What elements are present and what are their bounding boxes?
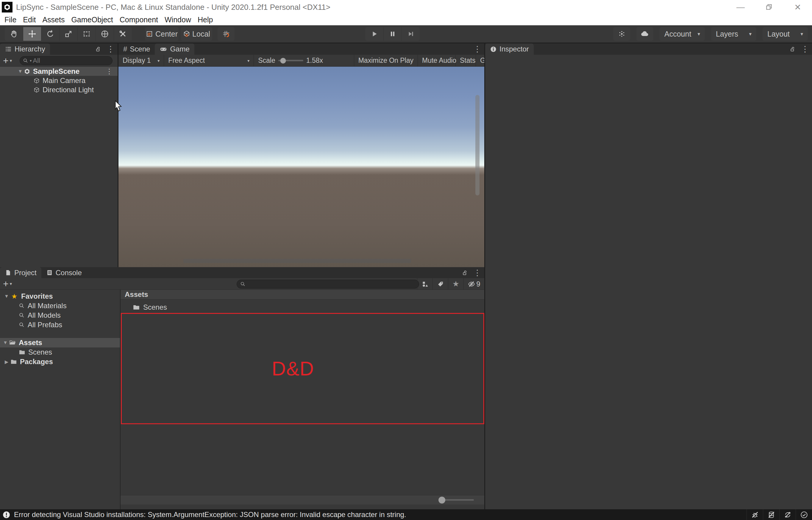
disclosure-closed-icon[interactable]: ▶ xyxy=(3,359,10,365)
account-dropdown[interactable]: Account ▾ xyxy=(660,27,705,41)
unity-logo-icon xyxy=(2,2,12,12)
panel-menu-icon[interactable]: ⋮ xyxy=(473,45,481,53)
progress-ok-indicator[interactable] xyxy=(796,509,812,520)
disclosure-open-icon[interactable]: ▼ xyxy=(17,69,24,74)
hidden-packages-button[interactable]: 9 xyxy=(463,278,484,290)
transform-tool-button[interactable] xyxy=(96,27,114,41)
gameobject-row-main-camera[interactable]: Main Camera xyxy=(0,76,118,85)
aspect-dropdown[interactable]: Free Aspect ▾ xyxy=(164,55,254,66)
tab-scene[interactable]: # Scene xyxy=(119,44,155,55)
tab-inspector[interactable]: Inspector xyxy=(485,44,534,55)
orientation-mode-button[interactable]: Local xyxy=(181,27,212,41)
menu-edit[interactable]: Edit xyxy=(20,16,39,24)
unity-scene-icon xyxy=(24,68,30,75)
folder-icon xyxy=(19,349,26,356)
create-button[interactable]: + xyxy=(3,56,9,66)
scene-menu-icon[interactable]: ⋮ xyxy=(106,67,113,76)
favorites-item-label: All Prefabs xyxy=(28,321,62,329)
status-bar[interactable]: Error detecting Visual Studio installati… xyxy=(0,509,812,520)
tab-project[interactable]: Project xyxy=(0,267,41,278)
tab-game[interactable]: Game xyxy=(155,44,194,55)
pause-button[interactable] xyxy=(383,27,402,41)
scene-game-tabbar: # Scene Game ⋮ xyxy=(119,44,484,55)
favorites-item-all-models[interactable]: All Models xyxy=(0,311,120,320)
debugger-detached-button[interactable] xyxy=(746,509,763,520)
search-filter-arrow-icon[interactable]: ▾ xyxy=(30,59,31,63)
menu-assets[interactable]: Assets xyxy=(39,16,68,24)
move-tool-button[interactable] xyxy=(23,27,41,41)
gameobject-row-directional-light[interactable]: Directional Light xyxy=(0,85,118,94)
auto-refresh-disabled-button[interactable] xyxy=(779,509,796,520)
scale-slider[interactable] xyxy=(278,60,303,61)
tab-label: Inspector xyxy=(500,45,529,53)
maximize-on-play-button[interactable]: Maximize On Play xyxy=(354,55,418,66)
menu-help[interactable]: Help xyxy=(194,16,216,24)
pivot-mode-button[interactable]: Center xyxy=(145,27,179,41)
create-dropdown-icon[interactable]: ▾ xyxy=(10,58,12,63)
rect-tool-button[interactable] xyxy=(77,27,96,41)
close-button[interactable]: ✕ xyxy=(783,0,812,14)
create-dropdown-icon[interactable]: ▾ xyxy=(10,281,12,286)
favorites-filter-button[interactable]: ★ xyxy=(448,278,463,290)
lock-icon[interactable] xyxy=(95,46,101,53)
hierarchy-tree: ▼ SampleScene ⋮ Main Camera Directional … xyxy=(0,67,118,94)
cache-server-disconnected-button[interactable] xyxy=(763,509,779,520)
step-button[interactable] xyxy=(402,27,420,41)
favorites-item-all-materials[interactable]: All Materials xyxy=(0,301,120,311)
search-icon xyxy=(240,281,246,287)
assets-root-row[interactable]: ▼ Assets xyxy=(0,338,120,347)
scale-tool-button[interactable] xyxy=(59,27,77,41)
project-search-input[interactable] xyxy=(248,280,416,288)
chevron-down-icon: ▾ xyxy=(749,31,752,37)
gizmos-dropdown[interactable]: Gizmos xyxy=(476,55,484,66)
search-by-type-button[interactable] xyxy=(417,278,432,290)
lock-icon[interactable] xyxy=(789,46,796,53)
project-search[interactable] xyxy=(237,280,419,289)
panel-menu-icon[interactable]: ⋮ xyxy=(106,45,115,53)
create-button[interactable]: + xyxy=(3,279,9,289)
chevron-down-icon: ▾ xyxy=(157,58,159,63)
search-by-label-button[interactable] xyxy=(432,278,448,290)
grid-snapping-button[interactable] xyxy=(218,27,234,41)
disclosure-open-icon[interactable]: ▼ xyxy=(2,340,9,345)
packages-row[interactable]: ▶ Packages xyxy=(0,357,120,366)
inspector-tabbar: Inspector ⋮ xyxy=(485,44,812,55)
menu-file[interactable]: File xyxy=(1,16,20,24)
hierarchy-search-input[interactable] xyxy=(33,57,109,64)
assets-child-scenes-row[interactable]: Scenes xyxy=(0,347,120,357)
panel-menu-icon[interactable]: ⋮ xyxy=(801,45,809,53)
custom-tools-button[interactable] xyxy=(114,27,132,41)
disclosure-open-icon[interactable]: ▼ xyxy=(3,294,10,299)
cloud-button[interactable] xyxy=(636,27,653,41)
restore-button[interactable] xyxy=(755,0,783,14)
layers-dropdown[interactable]: Layers ▾ xyxy=(711,27,756,41)
panel-menu-icon[interactable]: ⋮ xyxy=(473,269,481,277)
scale-slider-thumb[interactable] xyxy=(280,58,286,63)
display-dropdown[interactable]: Display 1 ▾ xyxy=(119,55,164,66)
favorites-item-all-prefabs[interactable]: All Prefabs xyxy=(0,320,120,330)
asset-zoom-slider-thumb[interactable] xyxy=(438,496,445,503)
hand-tool-button[interactable] xyxy=(5,27,23,41)
menu-gameobject[interactable]: GameObject xyxy=(68,16,116,24)
lock-icon[interactable] xyxy=(461,269,468,276)
rotate-tool-button[interactable] xyxy=(41,27,59,41)
mute-audio-button[interactable]: Mute Audio xyxy=(418,55,456,66)
hierarchy-search[interactable]: ▾ xyxy=(20,56,112,65)
game-viewport[interactable] xyxy=(119,67,484,267)
layout-dropdown[interactable]: Layout ▾ xyxy=(763,27,808,41)
asset-zoom-slider[interactable] xyxy=(440,499,474,501)
tab-console[interactable]: Console xyxy=(41,267,86,278)
favorites-row[interactable]: ▼ ★ Favorites xyxy=(0,291,120,301)
asset-item-scenes[interactable]: Scenes xyxy=(132,303,167,311)
minimize-button[interactable]: — xyxy=(726,0,755,14)
scene-row[interactable]: ▼ SampleScene ⋮ xyxy=(0,67,118,76)
menu-window[interactable]: Window xyxy=(161,16,194,24)
horizontal-scrollbar[interactable] xyxy=(183,259,411,263)
play-button[interactable] xyxy=(365,27,383,41)
vertical-scrollbar[interactable] xyxy=(475,95,480,196)
tab-hierarchy[interactable]: Hierarchy xyxy=(0,44,50,55)
menu-component[interactable]: Component xyxy=(117,16,161,24)
services-button[interactable] xyxy=(613,27,630,41)
project-panel: Project Console ⋮ + ▾ xyxy=(0,267,484,509)
stats-button[interactable]: Stats xyxy=(456,55,476,66)
